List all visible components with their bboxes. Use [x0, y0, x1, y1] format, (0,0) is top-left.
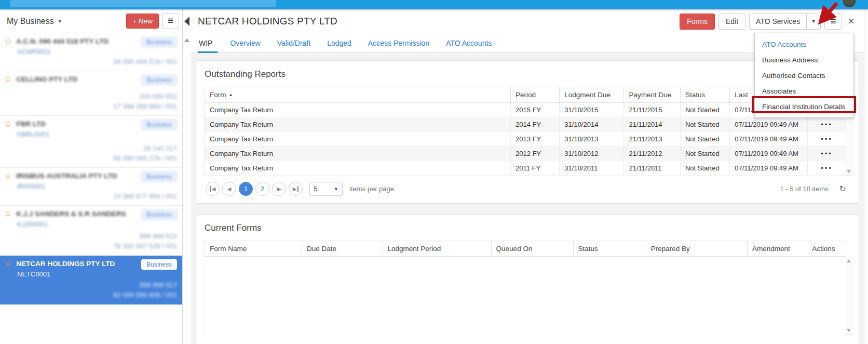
menu-item-authorised-contacts[interactable]: Authorised Contacts — [755, 68, 853, 83]
pager-next-button[interactable]: ▶ — [272, 182, 286, 196]
table-row[interactable]: Company Tax Return 2013 FY 31/10/2013 21… — [205, 132, 846, 147]
chevron-down-icon: ▼ — [334, 187, 338, 192]
business-numbers: 34 090 444 518 / 001 — [113, 57, 177, 67]
edit-button[interactable]: Edit — [718, 14, 745, 30]
business-name: IRISBUS AUSTRALIA PTY LTD — [16, 171, 137, 180]
sidebar-menu-button[interactable]: ≡ — [162, 13, 179, 29]
collapse-sidebar-icon[interactable] — [184, 17, 189, 26]
forms-button[interactable]: Forms — [680, 14, 715, 30]
tab-ato-accounts[interactable]: ATO Accounts — [438, 33, 500, 52]
tab-overview[interactable]: Overview — [222, 33, 268, 52]
column-header-status[interactable]: Status — [573, 241, 646, 257]
sidebar-scroll-up-icon[interactable] — [184, 38, 189, 42]
app-window: My Business ▼ + New ≡ ☆ A.C.N. 090 444 5… — [0, 0, 868, 344]
current-forms-table: Form Name Due Date Lodgment Period Queue… — [205, 241, 846, 257]
ato-services-button[interactable]: ATO Services — [750, 14, 806, 29]
business-code: ACNP0001 — [17, 47, 177, 57]
business-name: A.C.N. 090 444 518 PTY LTD — [16, 37, 137, 46]
business-code: FBRL0001 — [17, 130, 177, 139]
splitter-bar[interactable] — [183, 9, 191, 344]
table-row[interactable]: Company Tax Return 2014 FY 31/10/2014 21… — [205, 117, 846, 132]
business-list: ☆ A.C.N. 090 444 518 PTY LTD Business AC… — [0, 33, 182, 344]
column-header-due-date[interactable]: Due Date — [302, 241, 383, 257]
list-item-acn[interactable]: ☆ A.C.N. 090 444 518 PTY LTD Business AC… — [0, 33, 182, 71]
column-header-actions[interactable]: Actions — [807, 241, 846, 257]
tab-lodged[interactable]: Lodged — [319, 33, 360, 52]
tab-valid-draft[interactable]: Valid/Draft — [269, 33, 319, 52]
business-numbers: 999 999 515 78 330 347 529 / 001 — [113, 231, 177, 251]
tab-wip[interactable]: WIP — [198, 33, 222, 52]
column-header-period[interactable]: Period — [511, 87, 560, 103]
table-row[interactable]: Company Tax Return 2012 FY 31/10/2012 21… — [205, 147, 846, 161]
business-badge: Business — [141, 259, 177, 270]
new-button[interactable]: + New — [126, 14, 159, 29]
star-icon[interactable]: ☆ — [4, 259, 12, 268]
column-header-form-name[interactable]: Form Name — [205, 241, 302, 257]
current-forms-card: Current Forms Form Name Due Date Lodgmen… — [196, 214, 859, 344]
outstanding-reports-table: Form▲ Period Lodgment Due Payment Due St… — [205, 87, 846, 176]
star-icon[interactable]: ☆ — [4, 171, 12, 180]
close-icon[interactable]: × — [846, 16, 859, 27]
pagination-bar: ◀ ◀ 1 2 ▶ ▶ 5 ▼ items per page 1 - 5 of … — [205, 176, 852, 198]
star-icon[interactable]: ☆ — [4, 120, 12, 128]
business-code: KJJS0001 — [17, 220, 177, 229]
column-header-queued-on[interactable]: Queued On — [491, 241, 573, 257]
refresh-icon[interactable]: ↻ — [839, 184, 846, 194]
pager-summary: 1 - 5 of 10 items — [780, 185, 828, 193]
scroll-up-icon[interactable] — [847, 259, 851, 262]
list-item-sanders[interactable]: ☆ K.J.J SANDERS & S.R SANDERS Business K… — [0, 206, 182, 256]
pager-last-button[interactable]: ▶ — [289, 182, 303, 196]
list-item-irisbus[interactable]: ☆ IRISBUS AUSTRALIA PTY LTD Business IRI… — [0, 168, 182, 206]
business-badge: Business — [141, 75, 177, 85]
sort-ascending-icon: ▲ — [229, 92, 233, 97]
pager-first-button[interactable]: ◀ — [206, 182, 220, 196]
column-header-lodgment-due[interactable]: Lodgment Due — [560, 87, 624, 103]
business-numbers: 200 000 002 17 088 268 884 / 001 — [113, 91, 177, 111]
business-numbers: 29 143 217 58 090 000 276 / 001 — [113, 143, 177, 163]
current-forms-title: Current Forms — [205, 223, 852, 233]
row-actions-icon[interactable]: ••• — [807, 132, 846, 147]
row-actions-icon[interactable]: ••• — [807, 161, 846, 176]
table-scrollbar[interactable] — [846, 257, 852, 335]
business-name: K.J.J SANDERS & S.R SANDERS — [16, 209, 137, 218]
column-header-form[interactable]: Form▲ — [205, 87, 511, 103]
business-code: NETC0001 — [17, 270, 177, 279]
row-actions-icon[interactable]: ••• — [807, 147, 846, 161]
my-business-label: My Business — [7, 17, 54, 26]
business-name: CELLINO PTY LTD — [16, 75, 137, 84]
sidebar-header: My Business ▼ + New ≡ — [0, 9, 182, 33]
star-icon[interactable]: ☆ — [4, 75, 12, 84]
pager-page-1[interactable]: 1 — [239, 182, 253, 196]
scroll-down-icon[interactable] — [847, 329, 851, 332]
menu-item-ato-accounts[interactable]: ATO Accounts — [755, 36, 853, 52]
table-row[interactable]: Company Tax Return 2011 FY 31/10/2011 21… — [205, 161, 846, 176]
list-item-cellino[interactable]: ☆ CELLINO PTY LTD Business 200 000 002 1… — [0, 71, 182, 116]
column-header-lodgment-period[interactable]: Lodgment Period — [383, 241, 491, 257]
business-name: FBR LTD — [16, 120, 137, 128]
column-header-payment-due[interactable]: Payment Due — [624, 87, 680, 103]
pager-page-2[interactable]: 2 — [255, 182, 269, 196]
list-item-netcar-selected[interactable]: ☆ NETCAR HOLDINGS PTY LTD Business NETC0… — [0, 256, 182, 305]
column-header-amendment[interactable]: Amendment — [747, 241, 807, 257]
topbar-highlight — [10, 0, 276, 7]
business-badge: Business — [141, 209, 177, 220]
current-forms-empty-body — [205, 257, 846, 335]
page-title: NETCAR HOLDINGS PTY LTD — [198, 16, 337, 27]
pager-prev-button[interactable]: ◀ — [222, 182, 236, 196]
window-scrollbar[interactable] — [864, 9, 868, 344]
star-icon[interactable]: ☆ — [4, 37, 12, 46]
row-actions-icon[interactable]: ••• — [807, 117, 846, 132]
tab-access-permission[interactable]: Access Permission — [360, 33, 438, 52]
page-size-select[interactable]: 5 ▼ — [309, 182, 343, 196]
business-numbers: 999 999 917 82 089 989 606 / 001 — [113, 280, 177, 300]
table-row[interactable]: Company Tax Return 2015 FY 31/10/2015 21… — [205, 103, 846, 117]
star-icon[interactable]: ☆ — [4, 209, 12, 218]
scroll-down-icon[interactable] — [847, 170, 851, 173]
list-item-fbr[interactable]: ☆ FBR LTD Business FBRL0001 29 143 217 5… — [0, 116, 182, 168]
column-header-status[interactable]: Status — [680, 87, 729, 103]
entity-header: NETCAR HOLDINGS PTY LTD Forms Edit ATO S… — [191, 9, 864, 33]
my-business-dropdown[interactable]: My Business ▼ — [7, 17, 62, 26]
menu-item-business-address[interactable]: Business Address — [755, 52, 853, 68]
column-header-prepared-by[interactable]: Prepared By — [646, 241, 747, 257]
business-numbers: 15 089 877 994 / 001 — [113, 191, 177, 201]
